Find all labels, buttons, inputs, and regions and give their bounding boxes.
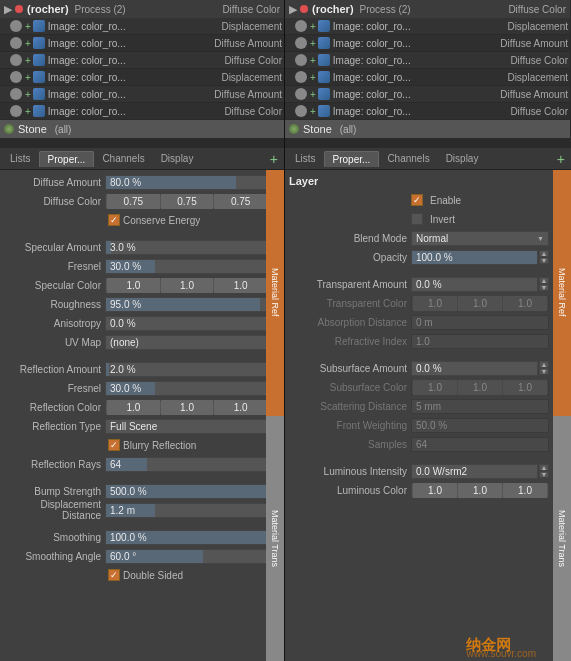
tab-display-left[interactable]: Display bbox=[153, 151, 202, 166]
luminous-color-value[interactable]: 1.0 1.0 1.0 bbox=[411, 483, 549, 498]
reflection-type-value[interactable]: Full Scene bbox=[105, 419, 280, 434]
list-item[interactable]: + Image: color_ro... Displacement bbox=[285, 69, 570, 86]
bump-strength-row: Bump Strength 500.0 % ▲ ▼ bbox=[0, 482, 280, 500]
ref-b: 1.0 bbox=[214, 400, 267, 415]
plus-button[interactable]: + bbox=[310, 21, 316, 32]
refractive-row: Refractive Index 1.0 bbox=[285, 332, 549, 350]
uv-map-value[interactable]: (none) bbox=[105, 335, 280, 350]
add-tab-right[interactable]: + bbox=[553, 151, 569, 167]
right-prop-content: Layer ✓ Enable Invert bbox=[285, 170, 571, 503]
tab-properties-left[interactable]: Proper... bbox=[39, 151, 95, 167]
material-trans-tab-right[interactable]: Material Trans bbox=[553, 416, 571, 662]
opacity-value[interactable]: 100.0 % bbox=[411, 250, 538, 265]
eye-icon bbox=[10, 71, 22, 83]
item-name: Image: color_ro... bbox=[48, 21, 218, 32]
stone-dot-right bbox=[289, 124, 299, 134]
plus-button[interactable]: + bbox=[25, 72, 31, 83]
material-ref-tab-right[interactable]: Material Ref bbox=[553, 170, 571, 416]
specular-color-row: Specular Color 1.0 1.0 1.0 ▲ ▼ bbox=[0, 276, 280, 294]
displacement-value[interactable]: 1.2 m bbox=[105, 503, 269, 518]
tab-channels-right[interactable]: Channels bbox=[379, 151, 437, 166]
specular-g: 1.0 bbox=[161, 278, 214, 293]
smoothing-value[interactable]: 100.0 % bbox=[105, 530, 269, 545]
plus-button[interactable]: + bbox=[25, 21, 31, 32]
add-tab-left[interactable]: + bbox=[266, 151, 282, 167]
plus-button[interactable]: + bbox=[310, 106, 316, 117]
luminous-intensity-arrows[interactable]: ▲ ▼ bbox=[539, 464, 549, 478]
anisotropy-value[interactable]: 0.0 % bbox=[105, 316, 269, 331]
tree-arrow-right: ▶ bbox=[289, 3, 297, 16]
conserve-energy-checkbox[interactable]: ✓ bbox=[108, 214, 120, 226]
plus-button[interactable]: + bbox=[25, 38, 31, 49]
luminous-intensity-value[interactable]: 0.0 W/srm2 bbox=[411, 464, 538, 479]
transparent-amount-label: Transparent Amount bbox=[291, 279, 411, 290]
material-trans-tab-left[interactable]: Material Trans bbox=[266, 416, 284, 662]
diffuse-color-value[interactable]: 0.75 0.75 0.75 bbox=[105, 194, 269, 209]
specular-fresnel-value[interactable]: 30.0 % bbox=[105, 259, 269, 274]
bump-strength-value[interactable]: 500.0 % bbox=[105, 484, 269, 499]
enable-checkbox[interactable]: ✓ bbox=[411, 194, 423, 206]
diffuse-amount-value[interactable]: 80.0 % bbox=[105, 175, 269, 190]
list-item[interactable]: + Image: color_ro... Diffuse Amount bbox=[285, 35, 570, 52]
diffuse-amount-row: Diffuse Amount 80.0 % ▲ ▼ bbox=[0, 173, 280, 191]
specular-amount-value[interactable]: 3.0 % bbox=[105, 240, 269, 255]
plus-button[interactable]: + bbox=[310, 55, 316, 66]
subsurface-amount-value[interactable]: 0.0 % bbox=[411, 361, 538, 376]
item-name: Image: color_ro... bbox=[333, 72, 504, 83]
transparent-amount-arrows[interactable]: ▲ ▼ bbox=[539, 277, 549, 291]
enable-label: Enable bbox=[430, 195, 461, 206]
scattering-label: Scattering Distance bbox=[291, 401, 411, 412]
tab-lists-right[interactable]: Lists bbox=[287, 151, 324, 166]
left-tree-items: + Image: color_ro... Displacement + Imag… bbox=[0, 18, 284, 120]
eye-icon bbox=[10, 37, 22, 49]
subsurface-amount-arrows[interactable]: ▲ ▼ bbox=[539, 361, 549, 375]
list-item[interactable]: + Image: color_ro... Diffuse Color bbox=[285, 52, 570, 69]
blurry-reflection-checkbox[interactable]: ✓ bbox=[108, 439, 120, 451]
plus-button[interactable]: + bbox=[310, 38, 316, 49]
plus-button[interactable]: + bbox=[310, 89, 316, 100]
list-item[interactable]: + Image: color_ro... Displacement bbox=[0, 18, 284, 35]
list-item[interactable]: + Image: color_ro... Diffuse Amount bbox=[285, 86, 570, 103]
invert-checkbox[interactable] bbox=[411, 213, 423, 225]
material-ref-tab-left[interactable]: Material Ref bbox=[266, 170, 284, 416]
refractive-value: 1.0 bbox=[411, 334, 549, 349]
specular-r: 1.0 bbox=[107, 278, 160, 293]
list-item[interactable]: + Image: color_ro... Diffuse Color bbox=[0, 103, 284, 120]
smoothing-angle-value[interactable]: 60.0 ° bbox=[105, 549, 269, 564]
list-item[interactable]: + Image: color_ro... Diffuse Amount bbox=[0, 35, 284, 52]
tab-display-right[interactable]: Display bbox=[438, 151, 487, 166]
eye-icon bbox=[295, 105, 307, 117]
diffuse-amount-label: Diffuse Amount bbox=[0, 177, 105, 188]
sub-b: 1.0 bbox=[503, 380, 547, 395]
list-item[interactable]: + Image: color_ro... Diffuse Amount bbox=[0, 86, 284, 103]
specular-color-value[interactable]: 1.0 1.0 1.0 bbox=[105, 278, 269, 293]
transparent-amount-value[interactable]: 0.0 % bbox=[411, 277, 538, 292]
tab-properties-right[interactable]: Proper... bbox=[324, 151, 380, 167]
reflection-amount-value[interactable]: 2.0 % bbox=[105, 362, 269, 377]
tab-channels-left[interactable]: Channels bbox=[94, 151, 152, 166]
ref-g: 1.0 bbox=[161, 400, 214, 415]
list-item[interactable]: + Image: color_ro... Diffuse Color bbox=[0, 52, 284, 69]
blend-mode-value[interactable]: Normal bbox=[411, 231, 549, 246]
opacity-arrows[interactable]: ▲ ▼ bbox=[539, 250, 549, 264]
left-prop-content: Diffuse Amount 80.0 % ▲ ▼ Diffuse Color … bbox=[0, 170, 284, 588]
plus-button[interactable]: + bbox=[25, 106, 31, 117]
right-properties-panel: Lists Proper... Channels Display + Layer… bbox=[285, 148, 571, 661]
reflection-fresnel-row: Fresnel 30.0 % ▲ ▼ bbox=[0, 379, 280, 397]
plus-button[interactable]: + bbox=[310, 72, 316, 83]
plus-button[interactable]: + bbox=[25, 89, 31, 100]
right-tree-header: ▶ (rocher) Process (2) Diffuse Color bbox=[285, 0, 570, 18]
blurry-reflection-row: ✓ Blurry Reflection bbox=[108, 436, 280, 454]
reflection-fresnel-value[interactable]: 30.0 % bbox=[105, 381, 269, 396]
tab-lists-left[interactable]: Lists bbox=[2, 151, 39, 166]
stone-dot-left bbox=[4, 124, 14, 134]
plus-button[interactable]: + bbox=[25, 55, 31, 66]
reflection-color-value[interactable]: 1.0 1.0 1.0 bbox=[105, 400, 269, 415]
list-item[interactable]: + Image: color_ro... Displacement bbox=[0, 69, 284, 86]
reflection-rays-value[interactable]: 64 bbox=[105, 457, 269, 472]
list-item[interactable]: + Image: color_ro... Diffuse Color bbox=[285, 103, 570, 120]
double-sided-label: Double Sided bbox=[123, 570, 183, 581]
double-sided-checkbox[interactable]: ✓ bbox=[108, 569, 120, 581]
roughness-value[interactable]: 95.0 % bbox=[105, 297, 269, 312]
list-item[interactable]: + Image: color_ro... Displacement bbox=[285, 18, 570, 35]
